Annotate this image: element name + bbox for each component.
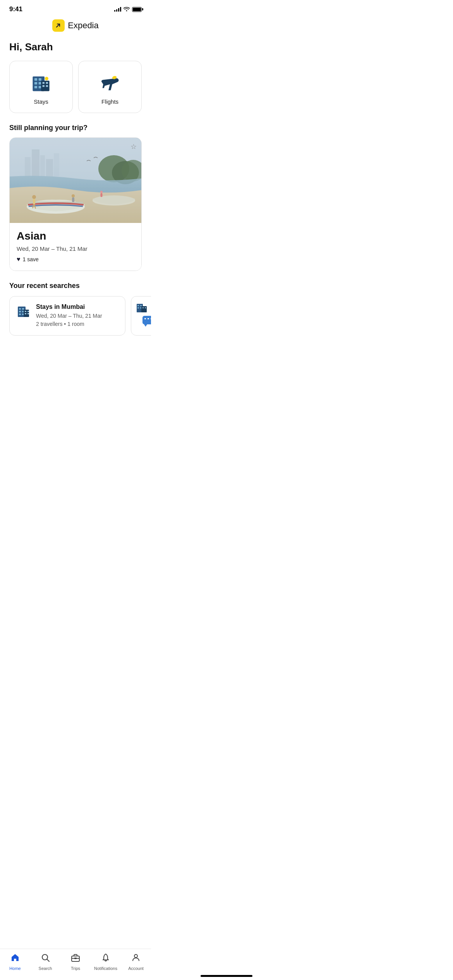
svg-rect-11: [43, 85, 45, 87]
status-time: 9:41: [9, 5, 22, 13]
svg-rect-53: [141, 306, 147, 312]
search-card-title: Stays in Mumbai: [36, 303, 102, 310]
svg-point-13: [45, 77, 48, 81]
flights-card[interactable]: Flights: [78, 61, 142, 113]
svg-rect-7: [39, 86, 41, 88]
trip-image: ☆: [10, 138, 141, 223]
status-bar: 9:41: [0, 0, 151, 16]
signal-icon: [114, 7, 121, 12]
partial-building-icon: [136, 302, 148, 315]
svg-rect-56: [142, 316, 151, 324]
svg-rect-39: [19, 311, 21, 312]
stays-label: Stays: [34, 98, 48, 105]
app-title: Expedia: [68, 21, 99, 31]
svg-rect-12: [46, 85, 48, 87]
recent-searches-title: Your recent searches: [0, 282, 151, 296]
svg-rect-4: [34, 82, 37, 84]
search-card-info: Stays in Mumbai Wed, 20 Mar – Thu, 21 Ma…: [36, 303, 102, 328]
svg-rect-41: [19, 314, 21, 315]
svg-rect-44: [25, 311, 26, 312]
stays-icon: [29, 70, 53, 94]
status-icons: [114, 7, 142, 12]
search-card-building-icon: [17, 304, 31, 318]
svg-rect-10: [46, 82, 48, 84]
svg-rect-54: [142, 307, 144, 308]
expedia-logo: [52, 19, 65, 32]
trip-card[interactable]: ☆ Asian Wed, 20 Mar – Thu, 21 Mar ♥ 1 sa…: [9, 137, 142, 271]
heart-icon: ♥: [17, 256, 21, 263]
stays-card[interactable]: Stays: [9, 61, 73, 113]
searches-scroll: Stays in Mumbai Wed, 20 Mar – Thu, 21 Ma…: [0, 296, 151, 367]
wifi-icon: [124, 7, 130, 12]
svg-rect-5: [39, 82, 41, 84]
svg-rect-37: [19, 308, 21, 310]
svg-rect-58: [148, 318, 149, 319]
svg-rect-6: [34, 86, 37, 88]
svg-rect-46: [25, 313, 26, 314]
svg-rect-47: [27, 313, 29, 314]
flights-label: Flights: [101, 98, 118, 105]
search-card-partial[interactable]: [131, 296, 151, 336]
saves-count: 1 save: [23, 256, 39, 262]
svg-rect-8: [41, 81, 50, 91]
app-header: Expedia: [0, 16, 151, 38]
search-card-mumbai[interactable]: Stays in Mumbai Wed, 20 Mar – Thu, 21 Ma…: [9, 296, 125, 336]
svg-rect-9: [43, 82, 45, 84]
battery-icon: [132, 7, 142, 12]
search-card-subtitle: Wed, 20 Mar – Thu, 21 Mar2 travellers • …: [36, 312, 102, 328]
svg-rect-50: [140, 305, 142, 306]
svg-rect-2: [34, 78, 37, 81]
svg-rect-45: [27, 311, 29, 312]
svg-rect-49: [137, 305, 139, 306]
trip-saves: ♥ 1 save: [17, 256, 134, 263]
bookmark-icon: ☆: [130, 142, 137, 151]
greeting: Hi, Sarah: [0, 38, 151, 61]
svg-rect-35: [10, 138, 141, 223]
svg-rect-55: [145, 307, 146, 308]
trip-name: Asian: [17, 230, 134, 242]
flights-icon: [98, 70, 122, 94]
category-cards: Stays Flights: [0, 61, 151, 124]
svg-rect-38: [22, 308, 24, 310]
trip-dates: Wed, 20 Mar – Thu, 21 Mar: [17, 245, 134, 252]
svg-rect-3: [39, 78, 41, 81]
svg-rect-51: [137, 307, 139, 308]
trip-info: Asian Wed, 20 Mar – Thu, 21 Mar ♥ 1 save: [10, 223, 141, 271]
chat-bubble-icon: [142, 315, 151, 329]
planning-section-title: Still planning your trip?: [0, 124, 151, 137]
svg-rect-57: [144, 318, 146, 319]
